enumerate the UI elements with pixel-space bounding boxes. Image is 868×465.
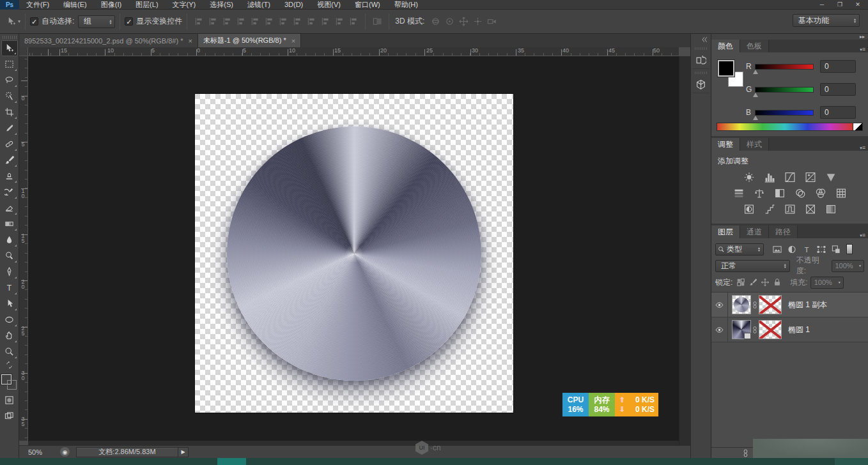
filter-adjustment-icon[interactable] <box>785 245 798 254</box>
b-channel-slider[interactable] <box>755 110 814 116</box>
layer-mask-link-icon[interactable] <box>751 301 759 309</box>
levels-icon[interactable] <box>761 171 778 183</box>
align-right-edges-icon[interactable] <box>262 15 276 29</box>
minimize-button[interactable]: ─ <box>813 0 831 8</box>
properties-panel-button[interactable] <box>692 76 709 93</box>
workspace-switcher-dropdown[interactable]: 基本功能 ▲▼ <box>793 14 860 27</box>
tab-close-icon[interactable]: × <box>188 37 192 45</box>
screen-mode-button[interactable] <box>1 408 18 424</box>
adjustments-tab-调整[interactable]: 调整 <box>711 138 740 151</box>
menu-item-10[interactable]: 窗口(W) <box>348 0 387 10</box>
layers-tab-通道[interactable]: 通道 <box>740 225 769 238</box>
crop-tool[interactable] <box>1 104 18 120</box>
quick-mask-button[interactable] <box>1 392 18 408</box>
color-panel-menu-icon[interactable]: ▾≡ <box>860 42 865 54</box>
brush-tool[interactable] <box>1 152 18 168</box>
magic-wand-tool[interactable] <box>1 88 18 104</box>
layer-mask-link-icon[interactable] <box>751 326 759 334</box>
lock-transparency-icon[interactable] <box>735 278 746 287</box>
filter-type-icon[interactable]: T <box>800 245 813 254</box>
r-slider-thumb[interactable] <box>753 70 758 74</box>
restore-button[interactable]: ❐ <box>831 0 849 8</box>
lasso-tool[interactable] <box>1 72 18 88</box>
align-bottom-edges-icon[interactable] <box>220 15 234 29</box>
swap-colors-icon[interactable] <box>5 361 13 369</box>
auto-align-layers-icon[interactable] <box>370 15 384 29</box>
document-tab-1[interactable]: 8952533_002124215000_2.psd @ 50%(RGB/8#)… <box>19 34 198 47</box>
eraser-tool[interactable] <box>1 200 18 216</box>
filter-shape-icon[interactable] <box>814 245 828 254</box>
tab-close-icon[interactable]: × <box>291 37 295 45</box>
menu-item-7[interactable]: 滤镜(T) <box>240 0 277 10</box>
brightness-contrast-icon[interactable] <box>741 171 757 183</box>
clone-stamp-tool[interactable] <box>1 168 18 184</box>
g-channel-value[interactable]: 0 <box>820 83 856 96</box>
adjustments-tab-样式[interactable]: 样式 <box>740 138 769 151</box>
vibrance-icon[interactable] <box>823 171 839 183</box>
status-options-arrow[interactable]: ▶ <box>178 447 189 457</box>
distribute-left-icon[interactable] <box>318 15 332 29</box>
menu-item-4[interactable]: 图层(L) <box>128 0 165 10</box>
history-brush-tool[interactable] <box>1 184 18 200</box>
move-tool[interactable] <box>1 40 18 56</box>
align-horizontal-centers-icon[interactable] <box>248 15 262 29</box>
g-channel-slider[interactable] <box>755 87 814 93</box>
healing-brush-tool[interactable] <box>1 136 18 152</box>
blend-mode-dropdown[interactable]: 正常 ▲▼ <box>715 260 790 272</box>
layer-visibility-eye-icon[interactable] <box>711 293 728 317</box>
fill-field[interactable]: 100% ▼ <box>810 277 844 289</box>
marquee-tool[interactable] <box>1 56 18 72</box>
expand-panels-icon[interactable] <box>701 36 708 43</box>
vector-mask-thumbnail[interactable] <box>759 295 782 314</box>
black-white-icon[interactable] <box>771 187 788 199</box>
menu-item-9[interactable]: 视图(V) <box>310 0 348 10</box>
r-channel-slider[interactable] <box>755 64 814 70</box>
3d-rotate-icon[interactable] <box>428 15 442 29</box>
eyedropper-tool[interactable] <box>1 120 18 136</box>
tool-preset-caret-icon[interactable]: ▾ <box>18 19 20 24</box>
menu-item-5[interactable]: 文字(Y) <box>166 0 203 10</box>
hue-saturation-icon[interactable] <box>731 187 747 199</box>
color-tab-色板[interactable]: 色板 <box>740 40 769 52</box>
hand-tool[interactable] <box>1 328 18 344</box>
opacity-field[interactable]: 100% ▼ <box>832 260 865 272</box>
3d-roll-icon[interactable] <box>442 15 456 29</box>
layer-row-1[interactable]: 椭圆 1 副本 <box>711 293 868 317</box>
move-tool-preset-icon[interactable] <box>4 15 18 29</box>
color-spectrum-ramp[interactable] <box>717 123 853 131</box>
menu-item-2[interactable]: 编辑(E) <box>56 0 94 10</box>
document-artboard[interactable] <box>194 93 514 413</box>
align-left-edges-icon[interactable] <box>234 15 248 29</box>
vertical-scrollbar[interactable] <box>679 56 690 445</box>
zoom-level-field[interactable]: 50% <box>28 448 54 456</box>
invert-icon[interactable] <box>741 202 757 215</box>
adjustments-panel-menu-icon[interactable]: ▾≡ <box>860 141 865 152</box>
document-tab-2[interactable]: 未标题-1 @ 50%(RGB/8) *× <box>198 34 301 47</box>
vector-mask-thumbnail[interactable] <box>759 320 782 339</box>
layer-thumbnail[interactable] <box>732 320 751 339</box>
align-top-edges-icon[interactable] <box>192 15 206 29</box>
posterize-icon[interactable] <box>761 202 778 215</box>
color-balance-icon[interactable] <box>751 187 768 199</box>
threshold-icon[interactable] <box>782 202 798 215</box>
color-tab-颜色[interactable]: 颜色 <box>711 40 740 52</box>
canvas-pasteboard[interactable] <box>28 56 679 441</box>
channel-mixer-icon[interactable] <box>812 187 829 199</box>
layers-panel-menu-icon[interactable]: ▾≡ <box>860 228 865 240</box>
b-slider-thumb[interactable] <box>753 116 758 120</box>
layer-filter-type-dropdown[interactable]: 类型 ▲▼ <box>715 243 764 255</box>
horizontal-scrollbar[interactable] <box>28 441 679 445</box>
pen-tool[interactable] <box>1 264 18 280</box>
collapse-panels-icon[interactable]: ▸▸ <box>860 34 865 40</box>
dock-grip[interactable] <box>695 72 708 74</box>
layers-tab-图层[interactable]: 图层 <box>711 225 740 238</box>
menu-item-8[interactable]: 3D(D) <box>277 0 310 10</box>
menu-item-11[interactable]: 帮助(H) <box>387 0 425 10</box>
show-transform-checkbox[interactable]: ✓ <box>125 17 133 26</box>
selective-color-icon[interactable] <box>823 202 839 215</box>
b-channel-value[interactable]: 0 <box>820 106 856 119</box>
3d-camera-icon[interactable] <box>484 15 499 29</box>
lock-paint-icon[interactable] <box>747 278 758 287</box>
gradient-map-icon[interactable] <box>802 202 819 215</box>
path-selection-tool[interactable] <box>1 296 18 312</box>
